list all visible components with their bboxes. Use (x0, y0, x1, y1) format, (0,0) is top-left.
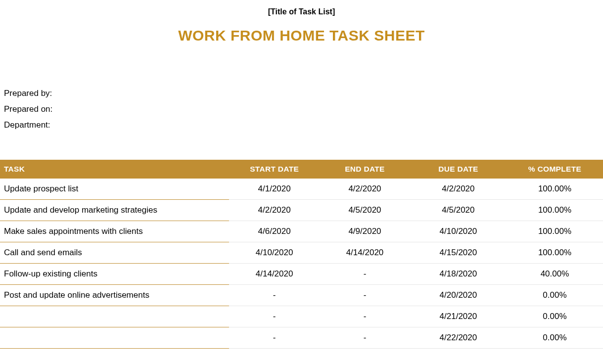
table-header-row: TASK START DATE END DATE DUE DATE % COMP… (0, 160, 603, 179)
table-row: - - 4/22/2020 0.00% (0, 327, 603, 349)
cell-due: 4/5/2020 (410, 200, 507, 221)
table-row: - - 4/21/2020 0.00% (0, 306, 603, 327)
table-row: Update prospect list 4/1/2020 4/2/2020 4… (0, 179, 603, 200)
cell-start: 4/2/2020 (229, 200, 320, 221)
task-table-wrap: TASK START DATE END DATE DUE DATE % COMP… (0, 160, 603, 349)
header-section: [Title of Task List] WORK FROM HOME TASK… (0, 0, 603, 44)
cell-start: 4/1/2020 (229, 179, 320, 200)
table-row: Follow-up existing clients 4/14/2020 - 4… (0, 264, 603, 285)
cell-end: 4/5/2020 (320, 200, 410, 221)
cell-due: 4/2/2020 (410, 179, 507, 200)
cell-end: - (320, 285, 410, 306)
cell-end: - (320, 306, 410, 327)
title-placeholder: [Title of Task List] (4, 7, 599, 16)
cell-complete: 0.00% (507, 327, 603, 349)
cell-start: - (229, 306, 320, 327)
header-due-date: DUE DATE (410, 160, 507, 179)
cell-complete: 0.00% (507, 306, 603, 327)
header-task: TASK (0, 160, 229, 179)
cell-end: 4/14/2020 (320, 242, 410, 264)
cell-complete: 0.00% (507, 285, 603, 306)
cell-task: Follow-up existing clients (0, 264, 229, 285)
cell-task (0, 306, 229, 327)
cell-end: - (320, 327, 410, 349)
cell-task: Post and update online advertisements (0, 285, 229, 306)
cell-start: 4/10/2020 (229, 242, 320, 264)
cell-complete: 100.00% (507, 221, 603, 242)
header-end-date: END DATE (320, 160, 410, 179)
cell-complete: 100.00% (507, 179, 603, 200)
cell-start: 4/6/2020 (229, 221, 320, 242)
task-sheet-page: [Title of Task List] WORK FROM HOME TASK… (0, 0, 603, 349)
cell-end: - (320, 264, 410, 285)
cell-end: 4/9/2020 (320, 221, 410, 242)
prepared-by-label: Prepared by: (4, 89, 599, 98)
header-complete: % COMPLETE (507, 160, 603, 179)
header-start-date: START DATE (229, 160, 320, 179)
department-label: Department: (4, 120, 599, 130)
table-row: Update and develop marketing strategies … (0, 200, 603, 221)
cell-due: 4/18/2020 (410, 264, 507, 285)
cell-complete: 100.00% (507, 242, 603, 264)
cell-task (0, 327, 229, 349)
cell-complete: 100.00% (507, 200, 603, 221)
cell-task: Call and send emails (0, 242, 229, 264)
cell-task: Update prospect list (0, 179, 229, 200)
cell-start: - (229, 285, 320, 306)
cell-due: 4/20/2020 (410, 285, 507, 306)
cell-task: Make sales appointments with clients (0, 221, 229, 242)
table-row: Post and update online advertisements - … (0, 285, 603, 306)
cell-complete: 40.00% (507, 264, 603, 285)
task-table: TASK START DATE END DATE DUE DATE % COMP… (0, 160, 603, 349)
cell-due: 4/22/2020 (410, 327, 507, 349)
prepared-on-label: Prepared on: (4, 104, 599, 114)
table-row: Make sales appointments with clients 4/6… (0, 221, 603, 242)
cell-due: 4/21/2020 (410, 306, 507, 327)
cell-start: 4/14/2020 (229, 264, 320, 285)
table-row: Call and send emails 4/10/2020 4/14/2020… (0, 242, 603, 264)
cell-task: Update and develop marketing strategies (0, 200, 229, 221)
main-title: WORK FROM HOME TASK SHEET (4, 27, 599, 44)
meta-section: Prepared by: Prepared on: Department: (0, 89, 603, 130)
cell-due: 4/10/2020 (410, 221, 507, 242)
cell-start: - (229, 327, 320, 349)
cell-end: 4/2/2020 (320, 179, 410, 200)
cell-due: 4/15/2020 (410, 242, 507, 264)
